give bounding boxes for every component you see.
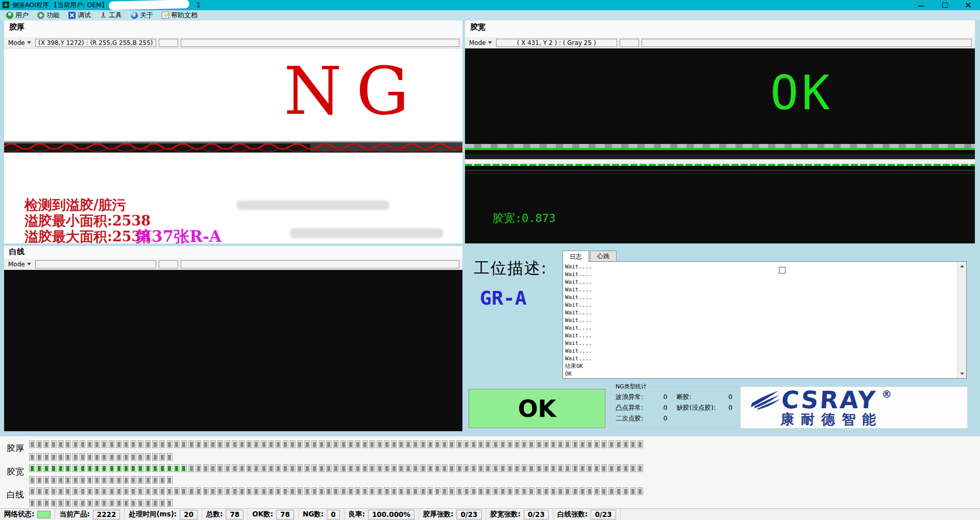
log-line: Wait.... — [565, 286, 956, 293]
progress-cell — [181, 487, 187, 495]
progress-cell — [225, 440, 230, 448]
glue-edge-line-top — [465, 148, 975, 150]
log-tab-log[interactable]: 日志 — [562, 251, 589, 262]
glue-thickness-panel-header: 胶厚 — [4, 20, 462, 38]
progress-cell — [340, 487, 346, 495]
glue-width-mode-dropdown[interactable]: Mode — [467, 38, 494, 47]
progress-cell — [181, 440, 187, 448]
progress-cell — [210, 464, 216, 472]
mode-label: Mode — [8, 261, 25, 268]
progress-cell — [94, 476, 100, 484]
progress-cell — [601, 487, 607, 495]
progress-cell — [102, 440, 107, 448]
progress-cell — [159, 453, 165, 461]
progress-cell — [247, 487, 252, 495]
progress-cell — [254, 487, 259, 495]
progress-cell — [399, 487, 404, 495]
progress-cell — [586, 487, 592, 495]
log-line: Wait.... — [565, 339, 956, 347]
log-panel: Wait....Wait....Wait....Wait....Wait....… — [562, 261, 967, 379]
progress-cell — [478, 440, 484, 448]
menu-item-tools[interactable]: 工具 — [96, 10, 128, 20]
progress-cell — [377, 440, 382, 448]
glue-width-measurement: 胶宽:0.873 — [493, 211, 555, 226]
white-line-image — [4, 270, 462, 431]
progress-cell — [109, 487, 114, 495]
frame-index-label: 第37张R-A — [136, 226, 222, 243]
progress-cell — [594, 440, 600, 448]
progress-cell — [94, 499, 100, 507]
menu-item-user[interactable]: 用户 — [3, 10, 34, 20]
window-title-suffix: 1 — [197, 1, 201, 9]
progress-section: 胶厚胶宽白线 — [0, 436, 980, 508]
menu-item-label: 关于 — [140, 11, 153, 20]
progress-cell — [558, 487, 564, 495]
white-line-info-box — [181, 260, 459, 268]
progress-cell — [638, 464, 643, 472]
menu-item-about[interactable]: 关于 — [128, 10, 159, 20]
progress-cell — [326, 440, 332, 448]
maximize-button[interactable] — [933, 0, 957, 10]
progress-cell — [268, 487, 274, 495]
glue-width-image: OK 胶宽:0.873 — [465, 48, 975, 243]
progress-cell — [138, 453, 143, 461]
progress-cell — [80, 499, 85, 507]
progress-cell — [239, 464, 244, 472]
progress-cell — [80, 464, 85, 472]
progress-cell — [406, 440, 411, 448]
progress-cell — [377, 487, 382, 495]
log-scrollbar[interactable] — [957, 262, 966, 378]
menu-item-debug[interactable]: 调试 — [65, 10, 96, 20]
log-tab-heartbeat[interactable]: 心跳 — [590, 251, 617, 261]
progress-cell — [65, 464, 71, 472]
progress-cell — [145, 487, 151, 495]
progress-cell — [102, 453, 107, 461]
scroll-down-icon[interactable] — [958, 369, 966, 378]
progress-cell — [623, 464, 628, 472]
progress-cell — [522, 487, 527, 495]
progress-cell — [551, 464, 556, 472]
progress-cell — [579, 440, 585, 448]
progress-cell — [326, 464, 332, 472]
menu-item-help-doc[interactable]: 帮助文档 — [159, 10, 203, 20]
progress-cell — [507, 464, 512, 472]
menu-item-function[interactable]: 功能 — [34, 10, 65, 20]
progress-cell — [29, 487, 35, 495]
menu-item-label: 功能 — [46, 11, 60, 20]
progress-cell — [507, 487, 512, 495]
menu-item-label: 帮助文档 — [171, 11, 198, 20]
progress-cell — [167, 487, 173, 495]
progress-cell — [370, 464, 375, 472]
log-line: Wait.... — [565, 355, 956, 362]
minimize-button[interactable] — [910, 0, 933, 10]
progress-cell — [413, 464, 419, 472]
progress-cell — [145, 499, 151, 507]
white-line-mode-dropdown[interactable]: Mode — [6, 260, 33, 269]
status-label: 良率: — [349, 510, 365, 519]
progress-cell — [311, 440, 317, 448]
progress-cell — [72, 464, 78, 472]
progress-cell — [109, 453, 114, 461]
menu-item-label: 用户 — [15, 11, 29, 20]
status-thickness-frames: 胶厚张数:0/23 — [419, 509, 486, 520]
status-value: 20 — [180, 510, 198, 519]
progress-cell — [478, 487, 484, 495]
progress-cell — [493, 464, 498, 472]
status-label: 处理时间(ms): — [129, 510, 177, 519]
progress-cell — [131, 440, 136, 448]
progress-cell — [449, 487, 455, 495]
progress-cell — [558, 440, 564, 448]
progress-cell — [630, 464, 636, 472]
progress-row — [29, 476, 173, 484]
app-window: 侧涂AOI程序 【当前用户: OEM】 编 1 用户功能调试工具关于帮助文档 胶… — [0, 0, 980, 520]
glue-line-band — [465, 144, 975, 148]
scroll-up-icon[interactable] — [958, 262, 966, 271]
progress-cell — [51, 476, 57, 484]
progress-cell — [283, 464, 288, 472]
progress-cell — [65, 476, 71, 484]
log-checkbox[interactable] — [779, 267, 786, 274]
ng-stats-title: NG类型统计 — [614, 383, 648, 390]
progress-cell — [384, 487, 389, 495]
glue-thickness-mode-dropdown[interactable]: Mode — [6, 38, 33, 47]
close-button[interactable] — [957, 0, 980, 10]
